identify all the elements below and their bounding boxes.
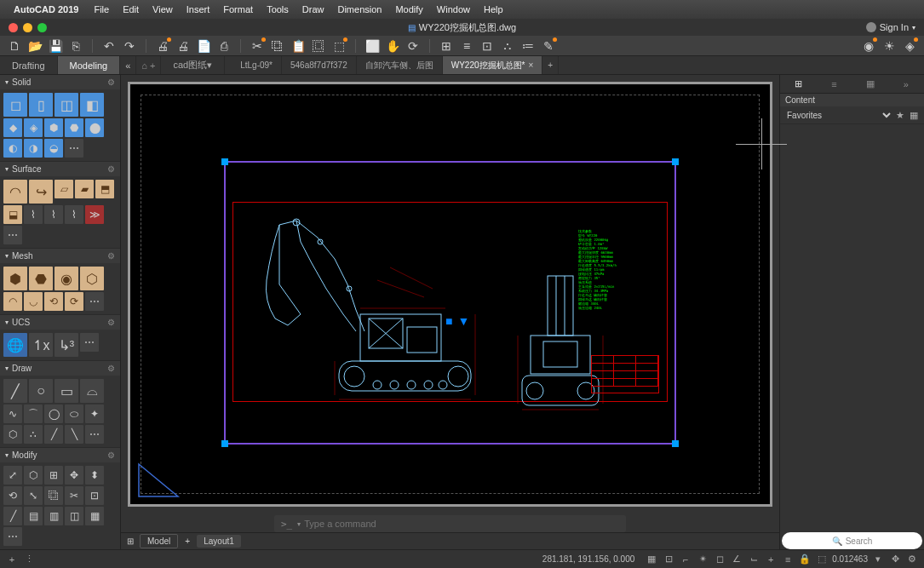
draw-t5[interactable]: ✦ (85, 404, 104, 423)
sweep-tool[interactable]: ◧ (80, 93, 104, 117)
modify-t9[interactable]: ✂ (65, 486, 83, 505)
tab-modeling[interactable]: Modeling (58, 56, 121, 74)
properties-icon[interactable]: ⊞ (439, 38, 454, 54)
undo-icon[interactable]: ↶ (101, 38, 117, 54)
panel-header-ucs[interactable]: ▾UCS⚙ (0, 315, 120, 330)
workspace-switch-icon[interactable]: ⚙ (905, 553, 919, 566)
otrack-icon[interactable]: ∠ (730, 553, 743, 566)
close-window-button[interactable] (9, 23, 18, 32)
solid-tool-1[interactable]: ◆ (3, 118, 22, 137)
selection-handle[interactable] (672, 158, 679, 165)
lineweight-icon[interactable]: ≡ (781, 553, 795, 566)
publish-icon[interactable]: ⎙ (216, 38, 232, 54)
menu-file[interactable]: File (87, 4, 116, 14)
selection-handle[interactable] (672, 440, 679, 447)
osnap-icon[interactable]: ◻ (713, 553, 726, 566)
surface-tool-2[interactable]: ↪ (29, 180, 53, 204)
modify-t5[interactable]: ⬍ (85, 466, 104, 485)
add-layout-icon[interactable]: + (181, 536, 193, 546)
draw-t4[interactable]: ⬭ (65, 404, 83, 423)
rect-tool[interactable]: ▭ (55, 379, 78, 403)
orbit-icon[interactable]: ⟳ (405, 38, 421, 54)
draw-t3[interactable]: ◯ (44, 404, 63, 423)
minimize-window-button[interactable] (23, 23, 32, 32)
box-tool[interactable]: ◻ (3, 93, 27, 117)
doc-tab-2[interactable]: 自卸汽车侧、后图 (357, 56, 443, 74)
polar-icon[interactable]: ✴ (696, 553, 709, 566)
layers-icon[interactable]: ≡ (459, 38, 474, 54)
modify-t3[interactable]: ⊞ (44, 466, 63, 485)
plot-icon[interactable]: 🖨 (155, 38, 170, 54)
modify-t2[interactable]: ⬡ (24, 466, 43, 485)
circle-tool[interactable]: ○ (29, 379, 53, 403)
scale-dropdown-icon[interactable]: ▾ (871, 553, 885, 566)
gear-icon[interactable]: ⚙ (107, 364, 115, 373)
solid-tool-2[interactable]: ◈ (24, 118, 43, 137)
modify-t13[interactable]: ▥ (44, 507, 63, 525)
markup-icon[interactable]: ✎ (541, 38, 556, 54)
ref-manager-icon[interactable]: ⛬ (500, 38, 515, 54)
dyninput-icon[interactable]: + (764, 553, 778, 566)
surface-tool-9[interactable]: ⌇ (65, 205, 83, 224)
ucs-x-tool[interactable]: ↿x (29, 333, 53, 357)
materials-icon[interactable]: ◉ (861, 38, 876, 54)
right-tab-content[interactable]: ⊞ (780, 76, 816, 92)
menu-dimension[interactable]: Dimension (330, 4, 388, 14)
save-as-icon[interactable]: ⎘ (68, 38, 83, 54)
panel-header-draw[interactable]: ▾Draw⚙ (0, 361, 120, 376)
extrude-tool[interactable]: ▯ (29, 93, 53, 117)
redo-icon[interactable]: ↷ (122, 38, 137, 54)
scale-icon[interactable]: ⬚ (815, 553, 829, 566)
draw-t7[interactable]: ∴ (24, 425, 43, 444)
save-icon[interactable]: 💾 (48, 38, 63, 54)
modify-t10[interactable]: ⊡ (85, 486, 104, 505)
mesh-tool-9[interactable]: ⋯ (85, 292, 104, 311)
mesh-tool-7[interactable]: ⟲ (44, 292, 63, 311)
ucs-3point-tool[interactable]: ↳³ (55, 333, 78, 357)
panel-header-solid[interactable]: ▾Solid⚙ (0, 75, 120, 89)
annotation-icon[interactable]: ✥ (888, 553, 902, 566)
line-tool[interactable]: ╱ (3, 379, 27, 403)
grid-icon[interactable]: ▦ (907, 108, 921, 122)
doc-tab-1[interactable]: 546a8f7d7f372 (282, 56, 357, 74)
doc-tab-3[interactable]: WY220挖掘机总图*× (443, 56, 543, 74)
modify-t4[interactable]: ✥ (65, 466, 83, 485)
gear-icon[interactable]: ⚙ (107, 164, 115, 174)
plot-preview-icon[interactable]: 🖨 (175, 38, 191, 54)
solid-tool-9[interactable]: ⋯ (65, 139, 83, 158)
mesh-tool-1[interactable]: ⬢ (3, 267, 27, 290)
surface-tool-6[interactable]: ⬓ (3, 205, 22, 224)
add-doc-tab[interactable]: + (542, 56, 559, 74)
block-editor-icon[interactable]: ⬚ (331, 38, 347, 54)
mesh-tool-3[interactable]: ◉ (55, 267, 78, 290)
menu-modify[interactable]: Modify (388, 4, 429, 14)
command-line-icon[interactable]: ≔ (520, 38, 536, 54)
ucs-world-tool[interactable]: 🌐 (3, 333, 27, 357)
solid-tool-3[interactable]: ⬢ (44, 118, 63, 137)
solid-tool-6[interactable]: ◐ (3, 139, 22, 158)
page-setup-icon[interactable]: 📄 (196, 38, 211, 54)
menu-view[interactable]: View (146, 4, 180, 14)
surface-tool-4[interactable]: ▰ (75, 180, 94, 198)
solid-tool-5[interactable]: ⬤ (85, 118, 104, 137)
copy-icon[interactable]: ⿻ (270, 38, 285, 54)
snap-icon[interactable]: ⊡ (662, 553, 675, 566)
light-icon[interactable]: ☀ (881, 38, 897, 54)
menu-window[interactable]: Window (430, 4, 477, 14)
menu-insert[interactable]: Insert (180, 4, 217, 14)
draw-t9[interactable]: ╲ (65, 425, 83, 444)
selection-handle[interactable] (221, 158, 228, 165)
sign-in-button[interactable]: Sign In ▾ (866, 22, 915, 32)
menu-help[interactable]: Help (477, 4, 510, 14)
zoom-window-button[interactable] (37, 23, 47, 32)
draw-more[interactable]: ⋯ (85, 425, 104, 444)
panel-header-modify[interactable]: ▾Modify⚙ (0, 448, 120, 462)
mesh-tool-4[interactable]: ⬡ (80, 267, 104, 290)
tab-collapse[interactable]: « (120, 56, 136, 74)
cut-icon[interactable]: ✂ (250, 38, 265, 54)
menu-tools[interactable]: Tools (260, 4, 296, 14)
surface-tool-7[interactable]: ⌇ (24, 205, 43, 224)
grid-snap-icon[interactable]: ▦ (645, 553, 658, 566)
panel-header-surface[interactable]: ▾Surface⚙ (0, 162, 120, 176)
modify-t11[interactable]: ╱ (3, 507, 22, 525)
